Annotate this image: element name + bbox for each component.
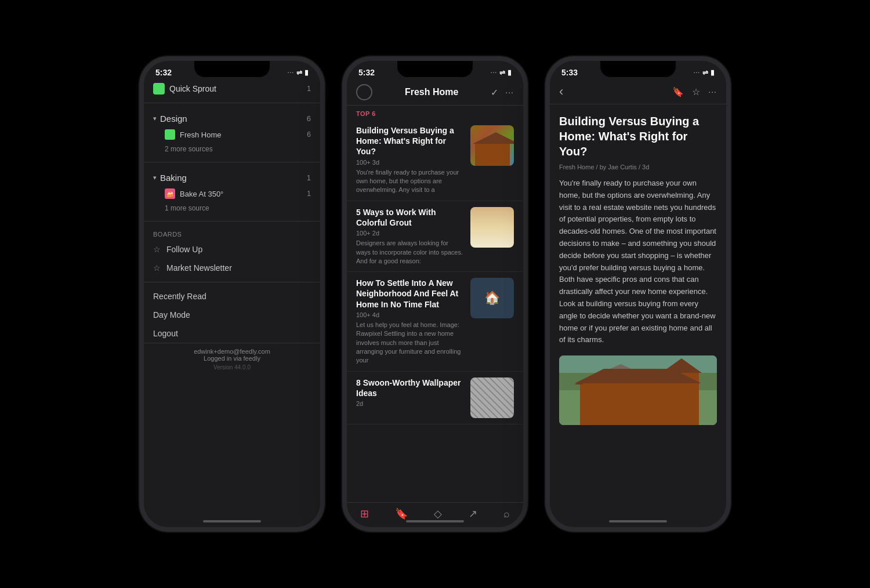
recently-read[interactable]: Recently Read <box>144 287 320 306</box>
app-badge: 1 <box>307 85 311 93</box>
feed-article-2[interactable]: 5 Ways to Work With Colorful Grout 100+ … <box>347 201 523 273</box>
home-indicator-1 <box>203 520 261 522</box>
notch-3 <box>600 61 676 77</box>
chevron-baking: ▾ <box>153 174 157 182</box>
divider-3 <box>144 221 320 222</box>
svg-rect-6 <box>559 355 717 373</box>
feed-article-3-desc: Let us help you feel at home. Image: Raw… <box>356 321 465 365</box>
wifi-icon-1: ⇌ <box>296 68 302 77</box>
article-title: Building Versus Buying a Home: What's Ri… <box>559 114 717 159</box>
feed-article-3-content: How To Settle Into A New Neighborhood An… <box>356 278 465 365</box>
feed-article-1-thumb <box>470 125 514 166</box>
source-fresh-home[interactable]: Fresh Home 6 <box>144 126 320 143</box>
app-name: Quick Sprout <box>169 84 302 93</box>
source-icon-fresh-home <box>165 129 175 140</box>
sidebar-email: edwink+demo@feedly.com <box>153 348 311 355</box>
feed-title: Fresh Home <box>405 87 458 97</box>
section-design-count: 6 <box>307 114 311 123</box>
sidebar-footer: edwink+demo@feedly.com Logged in via fee… <box>144 343 320 375</box>
divider-2 <box>144 162 320 162</box>
bookmark-icon[interactable]: 🔖 <box>672 86 684 97</box>
feed-article-1[interactable]: Building Versus Buying a Home: What's Ri… <box>347 119 523 201</box>
dots-icon-article[interactable]: ··· <box>708 87 717 96</box>
feed-circle[interactable] <box>356 84 372 100</box>
tab-search[interactable]: ⌕ <box>503 508 510 520</box>
article-text: You're finally ready to purchase your ow… <box>559 177 717 346</box>
wifi-icon-3: ⇌ <box>702 68 708 77</box>
chevron-design: ▾ <box>153 115 157 122</box>
source-bake-350[interactable]: 🍰 Bake At 350° 1 <box>144 185 320 202</box>
feed-article-3[interactable]: How To Settle Into A New Neighborhood An… <box>347 272 523 372</box>
home-indicator-2 <box>406 520 464 522</box>
feed-dots-icon[interactable]: ··· <box>505 88 514 97</box>
section-design[interactable]: ▾ Design 6 <box>144 108 320 126</box>
divider-4 <box>144 282 320 282</box>
star-icon[interactable]: ☆ <box>692 86 700 97</box>
board-name-market: Market Newsletter <box>166 263 232 273</box>
notch-2 <box>397 61 473 77</box>
divider-1 <box>144 103 320 103</box>
svg-rect-1 <box>559 390 717 425</box>
tab-bar: ⊞ 🔖 ◇ ↗ ⌕ <box>347 502 523 527</box>
boards-label: BOARDS <box>144 226 320 240</box>
section-design-name: Design <box>160 114 303 124</box>
more-sources-baking[interactable]: 1 more source <box>144 202 320 216</box>
status-icons-3: ··· ⇌ ▮ <box>694 68 715 77</box>
tab-home[interactable]: ⊞ <box>360 507 369 520</box>
feed-header: Fresh Home ✓ ··· <box>347 79 523 106</box>
tab-bookmark[interactable]: 🔖 <box>395 507 408 520</box>
feed-article-1-meta: 100+ 3d <box>356 159 465 166</box>
feed-article-4[interactable]: 8 Swoon-Worthy Wallpaper Ideas 2d <box>347 372 523 424</box>
wifi-icon-2: ⇌ <box>499 68 505 77</box>
svg-rect-7 <box>664 373 699 425</box>
day-mode[interactable]: Day Mode <box>144 306 320 324</box>
phone-2: 5:32 ··· ⇌ ▮ Fresh Home ✓ ··· TOP 6 Buil… <box>342 56 528 532</box>
board-market-newsletter[interactable]: ☆ Market Newsletter <box>144 259 320 277</box>
status-icons-2: ··· ⇌ ▮ <box>491 68 512 77</box>
top6-label: TOP 6 <box>347 106 523 119</box>
back-button[interactable]: ‹ <box>559 84 563 99</box>
battery-icon-3: ▮ <box>710 68 715 77</box>
more-sources-design[interactable]: 2 more sources <box>144 143 320 157</box>
feed-article-4-thumb <box>470 378 514 418</box>
feed-article-4-title: 8 Swoon-Worthy Wallpaper Ideas <box>356 378 465 398</box>
dots-icon-2: ··· <box>491 70 497 76</box>
article-header: ‹ 🔖 ☆ ··· <box>550 79 726 104</box>
feed-article-2-title: 5 Ways to Work With Colorful Grout <box>356 207 465 228</box>
svg-rect-10 <box>670 405 684 425</box>
time-2: 5:32 <box>358 68 375 77</box>
source-name-fresh-home: Fresh Home <box>180 130 302 139</box>
article-body: Building Versus Buying a Home: What's Ri… <box>550 104 726 527</box>
sidebar-login: Logged in via feedly <box>153 355 311 362</box>
logout[interactable]: Logout <box>144 324 320 343</box>
star-icon-follow-up: ☆ <box>153 245 161 254</box>
star-icon-market: ☆ <box>153 263 161 273</box>
source-icon-bake: 🍰 <box>165 188 175 199</box>
svg-rect-4 <box>603 396 621 419</box>
feed-article-2-meta: 100+ 2d <box>356 230 465 237</box>
article-header-icons: 🔖 ☆ ··· <box>672 86 717 97</box>
sidebar-app-row[interactable]: Quick Sprout 1 <box>144 79 320 98</box>
status-icons-1: ··· ⇌ ▮ <box>288 68 309 77</box>
tab-share[interactable]: ↗ <box>469 507 477 520</box>
section-baking-count: 1 <box>307 173 311 182</box>
feed-article-3-thumb: 🏠 <box>470 278 514 318</box>
section-baking[interactable]: ▾ Baking 1 <box>144 167 320 185</box>
feed-article-2-thumb <box>470 207 514 248</box>
feed-article-3-meta: 100+ 4d <box>356 311 465 318</box>
feed-check-icon[interactable]: ✓ <box>491 87 498 98</box>
source-count-bake: 1 <box>307 190 311 198</box>
tab-explore[interactable]: ◇ <box>434 507 442 520</box>
feed-article-2-content: 5 Ways to Work With Colorful Grout 100+ … <box>356 207 465 266</box>
board-follow-up[interactable]: ☆ Follow Up <box>144 240 320 259</box>
dots-icon-3: ··· <box>694 70 700 76</box>
app-icon-green <box>153 83 165 95</box>
feed-article-1-desc: You're finally ready to purchase your ow… <box>356 168 465 195</box>
home-indicator-3 <box>609 520 667 522</box>
feed-article-4-meta: 2d <box>356 400 465 407</box>
sidebar-version: Version 44.0.0 <box>153 362 311 371</box>
feed-article-1-title: Building Versus Buying a Home: What's Ri… <box>356 125 465 157</box>
battery-icon-1: ▮ <box>304 68 309 77</box>
time-3: 5:33 <box>561 68 578 77</box>
notch <box>194 61 270 77</box>
